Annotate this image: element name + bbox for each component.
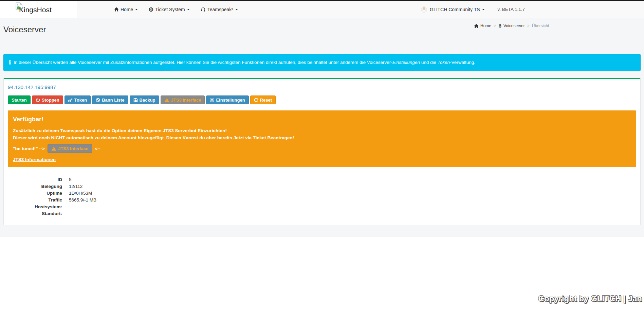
key-icon <box>68 98 73 102</box>
detail-label: Traffic <box>8 196 62 203</box>
alert-text: In dieser Übersicht werden alle Voiceser… <box>14 60 392 65</box>
jts3-callout: Verfügbar! Zusätzlich zu deinem Teamspea… <box>8 110 636 167</box>
detail-row-id: ID5 <box>8 176 96 183</box>
detail-label: Standort: <box>8 210 62 217</box>
refresh-icon <box>254 98 258 102</box>
microphone-icon <box>498 24 502 28</box>
footer: Copyright by GLITCH | Jan <box>0 237 644 316</box>
breadcrumb-bersicht: Übersicht <box>532 23 549 28</box>
brand-name: KingsHost <box>19 6 52 14</box>
alert-em-token: Token <box>438 60 450 65</box>
user-menu[interactable]: GLITCH Community TS <box>421 6 485 13</box>
version-label: v. BETA 1.1.7 <box>498 7 525 12</box>
power-icon <box>36 98 40 102</box>
home-icon <box>114 7 119 12</box>
server-actions: StartenStoppenTokenBann ListeBackupJTS3 … <box>8 95 636 104</box>
detail-value: 12/112 <box>62 183 96 190</box>
copyright-text: Copyright by GLITCH | Jan <box>538 294 642 303</box>
breadcrumb-separator: > <box>527 23 530 28</box>
breadcrumb: Home>Voiceserver>Übersicht <box>474 23 549 28</box>
nav-item-ticket-system[interactable]: Ticket System <box>143 1 195 18</box>
detail-row-uptime: Uptime1D/0H/53M <box>8 190 96 196</box>
callout-line-2: Dieser wird noch NICHT automatisch zu de… <box>13 134 631 141</box>
nav-item-home[interactable]: Home <box>109 1 143 18</box>
tuned-prefix: "be tuned!" --> <box>13 146 45 151</box>
nav-menu: HomeTicket SystemTeamspeak³ <box>109 1 243 18</box>
stoppen-button[interactable]: Stoppen <box>32 95 63 104</box>
caret-down-icon <box>235 9 238 12</box>
caret-down-icon <box>187 9 190 12</box>
navbar-right: GLITCH Community TS v. BETA 1.1.7 <box>421 1 525 18</box>
detail-value: 5665.9/-1 MB <box>62 196 96 203</box>
brand-logo[interactable]: KingsHost <box>0 1 77 18</box>
detail-label: Hostsystem: <box>8 203 62 210</box>
user-name: GLITCH Community TS <box>430 7 480 12</box>
token-button[interactable]: Token <box>65 95 91 104</box>
detail-value: 5 <box>62 176 96 183</box>
content: Voiceserver Home>Voiceserver>Übersicht I… <box>0 18 644 237</box>
nav-item-label: Teamspeak³ <box>207 7 233 12</box>
breadcrumb-voiceserver[interactable]: Voiceserver <box>498 23 525 28</box>
nav-item-label: Home <box>121 7 133 12</box>
navbar: KingsHost HomeTicket SystemTeamspeak³ GL… <box>0 1 644 18</box>
server-details: ID5Belegung12/112Uptime1D/0H/53MTraffic5… <box>8 176 96 217</box>
callout-title: Verfügbar! <box>13 116 631 123</box>
warning-icon <box>51 146 56 151</box>
alert-em-einstellungen: Einstellungen <box>392 60 420 65</box>
warning-icon <box>164 98 169 102</box>
breadcrumb-home[interactable]: Home <box>474 23 491 28</box>
detail-label: Uptime <box>8 190 62 196</box>
info-icon <box>9 60 11 65</box>
detail-row-belegung: Belegung12/112 <box>8 183 96 190</box>
caret-down-icon <box>135 9 138 12</box>
breadcrumb-separator: > <box>494 23 496 28</box>
alert-text-mid: und die <box>420 60 438 65</box>
callout-tuned-row: "be tuned!" --> JTS3 Interface <-- <box>13 144 631 153</box>
voiceserver-panel: 94.130.142.195:9987 StartenStoppenTokenB… <box>3 78 641 225</box>
detail-row-hostsystem: Hostsystem: <box>8 203 96 210</box>
jts3-interface-button[interactable]: JTS3 Interface <box>161 95 205 104</box>
avatar <box>421 6 427 13</box>
callout-line-1: Zusätzlich zu deinem Teamspeak hast du d… <box>13 127 631 134</box>
jts3-informationen-link[interactable]: JTS3 Informationen <box>13 157 56 162</box>
detail-row-traffic: Traffic5665.9/-1 MB <box>8 196 96 203</box>
backup-button[interactable]: Backup <box>130 95 159 104</box>
reset-button[interactable]: Reset <box>250 95 276 104</box>
server-address-link[interactable]: 94.130.142.195:9987 <box>8 84 56 90</box>
nav-item-label: Ticket System <box>155 7 185 12</box>
info-alert: In dieser Übersicht werden alle Voiceser… <box>3 54 641 71</box>
einstellungen-button[interactable]: Einstellungen <box>206 95 249 104</box>
detail-label: Belegung <box>8 183 62 190</box>
ban-icon <box>96 98 100 102</box>
starten-button[interactable]: Starten <box>8 95 31 104</box>
caret-down-icon <box>482 9 485 12</box>
headset-icon <box>201 7 206 12</box>
detail-value <box>62 203 96 210</box>
nav-item-teamspeak[interactable]: Teamspeak³ <box>195 1 243 18</box>
detail-row-standort: Standort: <box>8 210 96 217</box>
life-ring-icon <box>149 7 153 12</box>
detail-label: ID <box>8 176 62 183</box>
detail-value <box>62 210 96 217</box>
bann-liste-button[interactable]: Bann Liste <box>92 95 128 104</box>
save-icon <box>133 98 138 102</box>
gear-icon <box>210 98 214 102</box>
detail-value: 1D/0H/53M <box>62 190 96 196</box>
tuned-suffix: <-- <box>95 146 100 151</box>
home-icon <box>474 24 479 28</box>
alert-text-after: -Verwaltung. <box>450 60 475 65</box>
jts3-interface-inline-button[interactable]: JTS3 Interface <box>48 144 92 153</box>
